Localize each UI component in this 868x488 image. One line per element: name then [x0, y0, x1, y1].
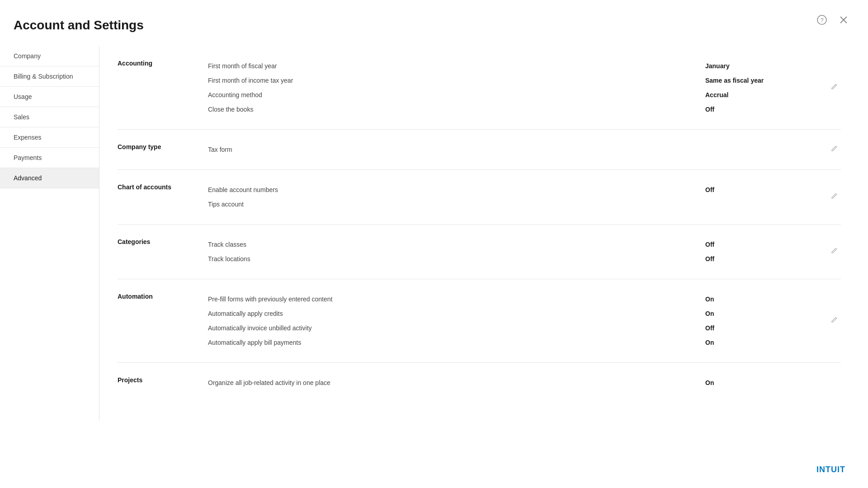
field-value-job-activity: On [705, 379, 841, 386]
section-categories: Categories Track classes Off Track locat… [118, 225, 841, 279]
page-title: Account and Settings [0, 18, 868, 46]
field-row-prefill: Pre-fill forms with previously entered c… [208, 292, 841, 306]
section-title-categories: Categories [118, 237, 208, 266]
field-label-tax-form: Tax form [208, 146, 705, 153]
edit-categories-icon[interactable] [830, 247, 838, 256]
field-row-job-activity: Organize all job-related activity in one… [208, 375, 841, 390]
section-title-automation: Automation [118, 292, 208, 350]
edit-company-type-icon[interactable] [830, 145, 838, 154]
section-title-company-type: Company type [118, 142, 208, 157]
sidebar-item-expenses[interactable]: Expenses [0, 127, 99, 148]
section-fields-automation: Pre-fill forms with previously entered c… [208, 292, 841, 350]
field-label-apply-credits: Automatically apply credits [208, 310, 705, 317]
field-label-track-locations: Track locations [208, 255, 705, 263]
intuit-brand: INTUIT [816, 465, 845, 474]
field-value-prefill: On [705, 296, 841, 303]
field-row-apply-credits: Automatically apply credits On [208, 306, 841, 321]
field-value-invoice-unbilled: Off [705, 324, 841, 332]
section-chart-of-accounts: Chart of accounts Enable account numbers… [118, 170, 841, 225]
field-row-close-books: Close the books Off [208, 102, 841, 117]
field-label-apply-bill-payments: Automatically apply bill payments [208, 339, 705, 346]
section-title-accounting: Accounting [118, 59, 208, 117]
field-label-invoice-unbilled: Automatically invoice unbilled activity [208, 324, 705, 332]
field-row-enable-account-numbers: Enable account numbers Off [208, 183, 841, 197]
close-icon[interactable] [837, 14, 850, 26]
field-label-track-classes: Track classes [208, 241, 705, 248]
field-value-fiscal-year: January [705, 62, 841, 70]
help-icon[interactable]: ? [816, 14, 828, 26]
field-value-enable-account-numbers: Off [705, 186, 841, 193]
field-row-track-classes: Track classes Off [208, 237, 841, 252]
edit-company-type-container [827, 145, 841, 154]
field-value-apply-credits: On [705, 310, 841, 317]
content-area: Accounting First month of fiscal year Ja… [99, 46, 868, 421]
field-label-tips-account: Tips account [208, 201, 705, 208]
edit-accounting-container [827, 83, 841, 92]
section-fields-projects: Organize all job-related activity in one… [208, 375, 841, 390]
page-container: ? Account and Settings Company Billing &… [0, 0, 868, 488]
field-row-income-tax: First month of income tax year Same as f… [208, 73, 841, 88]
section-title-projects: Projects [118, 375, 208, 390]
field-row-invoice-unbilled: Automatically invoice unbilled activity … [208, 321, 841, 335]
sidebar-item-usage[interactable]: Usage [0, 87, 99, 107]
sidebar-item-sales[interactable]: Sales [0, 107, 99, 127]
field-value-track-locations: Off [705, 255, 841, 263]
sidebar-item-company[interactable]: Company [0, 46, 99, 66]
field-label-accounting-method: Accounting method [208, 91, 705, 99]
edit-automation-icon[interactable] [830, 316, 838, 325]
field-label-close-books: Close the books [208, 106, 705, 113]
field-value-apply-bill-payments: On [705, 339, 841, 346]
field-row-accounting-method: Accounting method Accrual [208, 88, 841, 102]
field-row-tips-account: Tips account [208, 197, 841, 211]
sidebar-item-payments[interactable]: Payments [0, 148, 99, 168]
section-automation: Automation Pre-fill forms with previousl… [118, 279, 841, 363]
edit-chart-container [827, 192, 841, 202]
field-label-job-activity: Organize all job-related activity in one… [208, 379, 705, 386]
sidebar: Company Billing & Subscription Usage Sal… [0, 46, 99, 421]
field-row-fiscal-year: First month of fiscal year January [208, 59, 841, 73]
section-projects: Projects Organize all job-related activi… [118, 363, 841, 403]
edit-automation-container [827, 316, 841, 325]
main-layout: Company Billing & Subscription Usage Sal… [0, 46, 868, 421]
section-fields-chart-of-accounts: Enable account numbers Off Tips account [208, 183, 841, 211]
field-label-prefill: Pre-fill forms with previously entered c… [208, 296, 705, 303]
sidebar-item-advanced[interactable]: Advanced [0, 168, 99, 188]
section-fields-accounting: First month of fiscal year January First… [208, 59, 841, 117]
edit-accounting-icon[interactable] [830, 83, 838, 92]
field-row-tax-form: Tax form [208, 142, 841, 157]
edit-categories-container [827, 247, 841, 256]
field-label-enable-account-numbers: Enable account numbers [208, 186, 705, 193]
field-value-track-classes: Off [705, 241, 841, 248]
field-value-close-books: Off [705, 106, 841, 113]
sidebar-item-billing[interactable]: Billing & Subscription [0, 66, 99, 87]
field-value-accounting-method: Accrual [705, 91, 841, 99]
section-accounting: Accounting First month of fiscal year Ja… [118, 46, 841, 130]
field-value-income-tax: Same as fiscal year [705, 77, 841, 84]
section-title-chart-of-accounts: Chart of accounts [118, 183, 208, 211]
section-fields-categories: Track classes Off Track locations Off [208, 237, 841, 266]
edit-chart-icon[interactable] [830, 192, 838, 202]
field-label-income-tax: First month of income tax year [208, 77, 705, 84]
field-row-track-locations: Track locations Off [208, 252, 841, 266]
field-label-fiscal-year: First month of fiscal year [208, 62, 705, 70]
section-fields-company-type: Tax form [208, 142, 841, 157]
header-icons: ? [816, 14, 850, 26]
svg-text:?: ? [820, 17, 823, 23]
field-row-apply-bill-payments: Automatically apply bill payments On [208, 335, 841, 350]
section-company-type: Company type Tax form [118, 130, 841, 170]
